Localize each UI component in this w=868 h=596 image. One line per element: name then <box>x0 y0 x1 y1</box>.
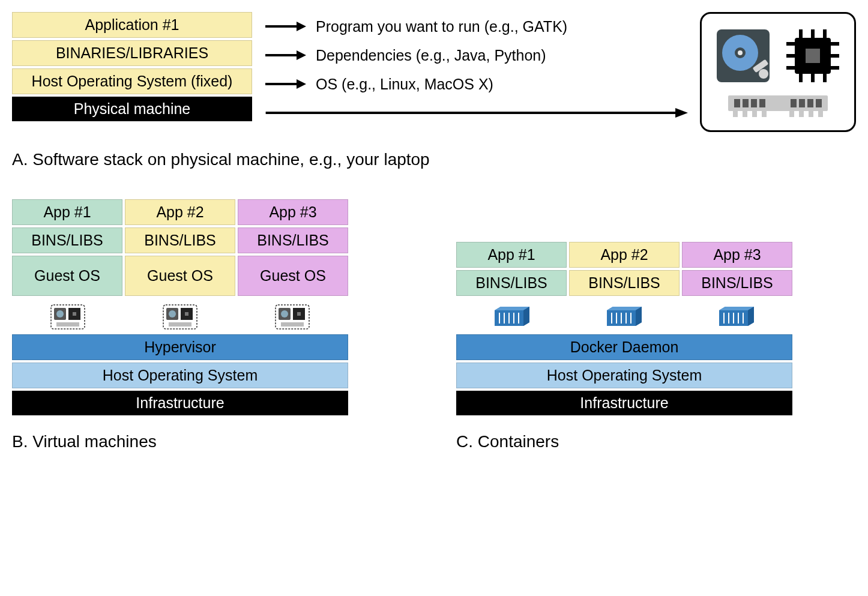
arrow-icon <box>264 49 306 61</box>
vm-bins-1: BINS/LIBS <box>12 227 122 253</box>
svg-rect-34 <box>799 99 805 107</box>
vm-guest-os-2: Guest OS <box>125 256 235 296</box>
caption-a: A. Software stack on physical machine, e… <box>12 150 856 169</box>
layer-host-os: Host Operating System (fixed) <box>12 68 252 94</box>
layer-hypervisor: Hypervisor <box>12 334 348 360</box>
container-icons-row <box>456 303 792 331</box>
svg-rect-43 <box>809 111 813 117</box>
explanations-column: Program you want to run (e.g., GATK) Dep… <box>264 12 688 126</box>
vm-hardware-icon <box>163 304 197 330</box>
svg-rect-36 <box>816 99 822 107</box>
container-bins-1: BINS/LIBS <box>456 270 567 296</box>
arrow-icon <box>264 78 306 90</box>
container-icon <box>718 306 755 328</box>
hard-disk-icon <box>713 26 773 86</box>
vm-bins-2: BINS/LIBS <box>125 227 235 253</box>
svg-rect-56 <box>169 322 191 327</box>
ram-icon <box>727 92 829 118</box>
explanation-text: OS (e.g., Linux, MacOS X) <box>316 76 493 93</box>
svg-rect-61 <box>297 312 301 316</box>
arrow-long-icon <box>264 107 688 119</box>
layer-host-os-c: Host Operating System <box>456 363 792 388</box>
svg-rect-33 <box>791 99 797 107</box>
cpu-icon <box>783 26 843 86</box>
svg-rect-38 <box>743 111 747 117</box>
svg-rect-15 <box>806 49 820 63</box>
svg-rect-55 <box>185 312 188 316</box>
layer-binaries-libraries: BINARIES/LIBRARIES <box>12 40 252 66</box>
svg-point-59 <box>281 310 288 318</box>
svg-marker-64 <box>495 307 529 310</box>
explanation-text: Dependencies (e.g., Java, Python) <box>316 47 546 64</box>
container-icon <box>493 306 531 328</box>
svg-point-53 <box>169 310 176 318</box>
container-app-1: App #1 <box>456 242 567 268</box>
container-bins-3: BINS/LIBS <box>682 270 792 296</box>
vm-hardware-icon <box>50 304 85 330</box>
layer-infrastructure-c: Infrastructure <box>456 391 792 415</box>
section-a: Application #1 BINARIES/LIBRARIES Host O… <box>12 12 856 132</box>
svg-rect-44 <box>818 111 823 117</box>
svg-rect-39 <box>752 111 757 117</box>
caption-c: C. Containers <box>456 432 792 451</box>
layer-docker-daemon: Docker Daemon <box>456 334 792 360</box>
svg-marker-80 <box>719 307 754 310</box>
container-app-3: App #3 <box>682 242 792 268</box>
svg-rect-35 <box>807 99 813 107</box>
vm-hardware-icon <box>275 304 310 330</box>
panel-containers: App #1 App #2 App #3 BINS/LIBS BINS/LIBS… <box>456 242 792 451</box>
svg-rect-41 <box>789 111 794 117</box>
vm-bins-3: BINS/LIBS <box>238 227 348 253</box>
svg-rect-49 <box>73 312 76 316</box>
layer-host-os-b: Host Operating System <box>12 363 348 388</box>
svg-point-13 <box>759 69 768 79</box>
svg-rect-50 <box>56 322 79 327</box>
vm-app-3: App #3 <box>238 199 348 225</box>
svg-rect-31 <box>751 99 757 107</box>
layer-physical-machine: Physical machine <box>12 97 252 121</box>
svg-marker-1 <box>297 22 306 31</box>
vm-app-1: App #1 <box>12 199 122 225</box>
caption-b: B. Virtual machines <box>12 432 348 451</box>
vm-guest-os-3: Guest OS <box>238 256 348 296</box>
svg-marker-5 <box>297 79 306 89</box>
svg-point-47 <box>56 310 64 318</box>
svg-marker-72 <box>607 307 642 310</box>
vm-guest-os-1: Guest OS <box>12 256 122 296</box>
svg-rect-40 <box>762 111 767 117</box>
svg-rect-29 <box>734 99 740 107</box>
explanation-text: Program you want to run (e.g., GATK) <box>316 18 567 35</box>
svg-marker-7 <box>675 108 688 118</box>
svg-rect-32 <box>759 99 765 107</box>
svg-marker-3 <box>297 50 306 60</box>
container-bins-2: BINS/LIBS <box>569 270 680 296</box>
vm-hardware-icons-row <box>12 303 348 331</box>
arrow-icon <box>264 20 306 32</box>
vm-app-2: App #2 <box>125 199 235 225</box>
svg-rect-37 <box>733 111 738 117</box>
panel-virtual-machines: App #1 App #2 App #3 BINS/LIBS BINS/LIBS… <box>12 199 348 451</box>
hardware-box <box>700 12 856 132</box>
svg-point-11 <box>738 50 743 55</box>
container-icon <box>606 306 643 328</box>
svg-rect-42 <box>799 111 804 117</box>
layer-infrastructure-b: Infrastructure <box>12 391 348 415</box>
container-app-2: App #2 <box>569 242 680 268</box>
layer-application: Application #1 <box>12 12 252 38</box>
svg-rect-30 <box>743 99 749 107</box>
stack-a: Application #1 BINARIES/LIBRARIES Host O… <box>12 12 252 121</box>
svg-rect-62 <box>281 322 304 327</box>
